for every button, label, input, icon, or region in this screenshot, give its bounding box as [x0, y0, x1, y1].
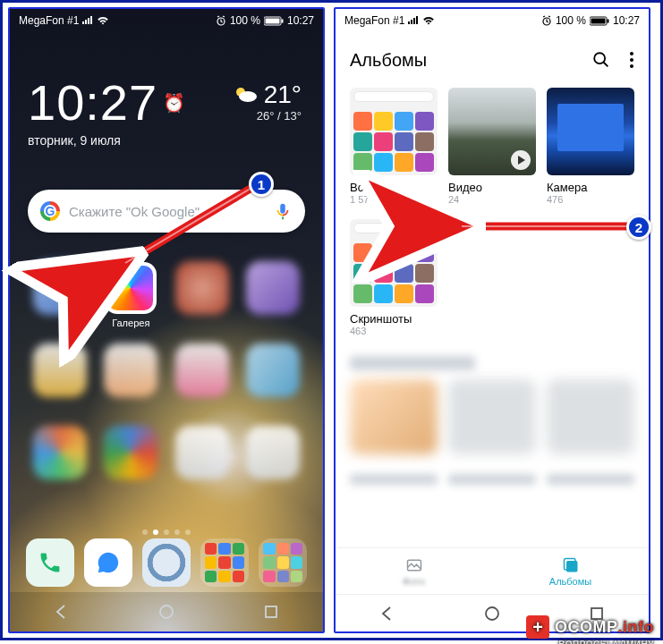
- carrier-label: MegaFon #1: [19, 14, 79, 27]
- gallery-header: Альбомы: [336, 39, 649, 80]
- app-blurred[interactable]: [33, 261, 87, 315]
- album-thumb: [350, 88, 438, 175]
- tab-photos-label: Фото: [403, 576, 425, 587]
- photos-icon: [405, 556, 423, 574]
- album-thumb: [448, 88, 536, 175]
- album-name: Камера: [547, 181, 634, 194]
- nav-home-icon[interactable]: [157, 603, 175, 621]
- album-camera[interactable]: Камера 476: [547, 88, 634, 205]
- status-bar: MegaFon #1 100 % 10:27: [10, 9, 323, 32]
- weather-widget[interactable]: 21° 26° / 13°: [232, 80, 302, 123]
- google-logo-icon: [40, 201, 60, 221]
- annotation-badge-2: 2: [626, 215, 651, 240]
- other-albums-blurred: [350, 356, 634, 542]
- annotation-badge-1: 1: [249, 172, 274, 197]
- app-blurred[interactable]: [246, 426, 300, 479]
- status-bar: MegaFon #1 100 % 10:27: [336, 9, 649, 32]
- weather-high: 26°: [257, 109, 275, 123]
- svg-point-6: [160, 606, 173, 618]
- watermark-subtitle: ВОПРОСЫ АДМИНУ: [558, 640, 654, 644]
- wifi-icon: [97, 16, 109, 25]
- album-name: Скриншоты: [350, 312, 438, 326]
- watermark: + OCOMP.info ВОПРОСЫ АДМИНУ: [526, 615, 654, 639]
- album-video[interactable]: Видео 24: [448, 88, 536, 205]
- svg-point-13: [630, 52, 633, 55]
- album-all-photos[interactable]: Все фото 1 579: [350, 88, 438, 205]
- app-blurred[interactable]: [175, 343, 229, 397]
- android-nav-bar: [10, 592, 323, 631]
- status-time: 10:27: [613, 14, 640, 27]
- alarm-icon: [541, 15, 552, 26]
- app-gallery-label: Галерея: [90, 318, 171, 328]
- dock-folder-google[interactable]: [200, 538, 249, 587]
- tab-albums[interactable]: Альбомы: [492, 548, 649, 594]
- app-blurred[interactable]: [246, 343, 300, 397]
- mic-icon[interactable]: [273, 201, 293, 221]
- svg-rect-10: [591, 18, 605, 23]
- watermark-tld: .info: [618, 618, 655, 636]
- album-count: 1 579: [350, 194, 438, 205]
- dock-phone[interactable]: [26, 538, 74, 587]
- battery-icon: [590, 16, 609, 26]
- svg-rect-11: [607, 19, 608, 22]
- svg-point-12: [594, 53, 605, 64]
- dock-folder-apps[interactable]: [259, 538, 307, 587]
- weather-low: 13°: [284, 109, 302, 123]
- album-thumb: [350, 219, 438, 307]
- annotation-arrow-1: [89, 175, 268, 283]
- nav-home-icon[interactable]: [483, 605, 501, 623]
- more-icon[interactable]: [629, 51, 634, 69]
- signal-icon: [408, 16, 419, 25]
- app-blurred[interactable]: [175, 426, 229, 479]
- svg-point-5: [239, 91, 257, 102]
- nav-recent-icon[interactable]: [262, 603, 280, 621]
- svg-point-14: [630, 58, 633, 62]
- app-blurred[interactable]: [104, 343, 157, 397]
- album-name: Все фото: [350, 181, 438, 194]
- svg-point-19: [486, 607, 498, 620]
- app-grid: Галерея: [10, 249, 323, 530]
- weather-temp: 21°: [264, 80, 302, 109]
- battery-icon: [264, 16, 284, 26]
- gallery-title: Альбомы: [350, 50, 427, 71]
- watermark-plus-icon: +: [526, 615, 549, 639]
- app-blurred[interactable]: [33, 426, 87, 479]
- tab-albums-label: Альбомы: [549, 576, 591, 587]
- annotation-arrow-2: [435, 213, 642, 240]
- phone-gallery-screen: MegaFon #1 100 % 10:27 Альбомы: [334, 7, 650, 633]
- weather-partly-cloudy-icon: [232, 83, 259, 106]
- app-blurred[interactable]: [33, 343, 87, 397]
- svg-rect-2: [265, 18, 279, 23]
- tab-photos[interactable]: Фото: [336, 548, 492, 594]
- search-icon[interactable]: [591, 50, 611, 70]
- svg-rect-3: [281, 19, 283, 22]
- albums-grid: Все фото 1 579 Видео 24 Камера 476: [350, 88, 634, 336]
- albums-icon: [562, 556, 580, 574]
- app-blurred[interactable]: [104, 426, 157, 479]
- album-count: 463: [350, 326, 438, 336]
- carrier-label: MegaFon #1: [344, 14, 404, 27]
- battery-label: 100 %: [556, 14, 586, 27]
- album-count: 476: [547, 194, 634, 205]
- dock-settings[interactable]: [142, 538, 191, 587]
- nav-back-icon[interactable]: [378, 605, 396, 623]
- album-thumb: [547, 88, 634, 175]
- battery-label: 100 %: [230, 14, 260, 27]
- album-count: 24: [448, 194, 536, 205]
- svg-point-15: [630, 64, 633, 68]
- svg-rect-7: [266, 606, 276, 617]
- clock-alarm-icon: ⏰: [163, 92, 186, 114]
- clock-date: вторник, 9 июля: [28, 133, 314, 148]
- nav-back-icon[interactable]: [53, 603, 71, 621]
- signal-icon: [82, 16, 93, 25]
- dock: [21, 533, 312, 592]
- watermark-brand: OCOMP: [555, 618, 618, 636]
- phone-home-screen: MegaFon #1 100 % 10:27 10:27 ⏰ вторник, …: [8, 7, 325, 633]
- dock-messages[interactable]: [84, 538, 132, 587]
- wifi-icon: [422, 16, 435, 25]
- alarm-icon: [216, 15, 226, 26]
- album-screenshots[interactable]: Скриншоты 463: [350, 219, 438, 336]
- album-name: Видео: [448, 181, 536, 194]
- status-time: 10:27: [287, 14, 314, 27]
- gallery-tab-bar: Фото Альбомы: [336, 547, 649, 594]
